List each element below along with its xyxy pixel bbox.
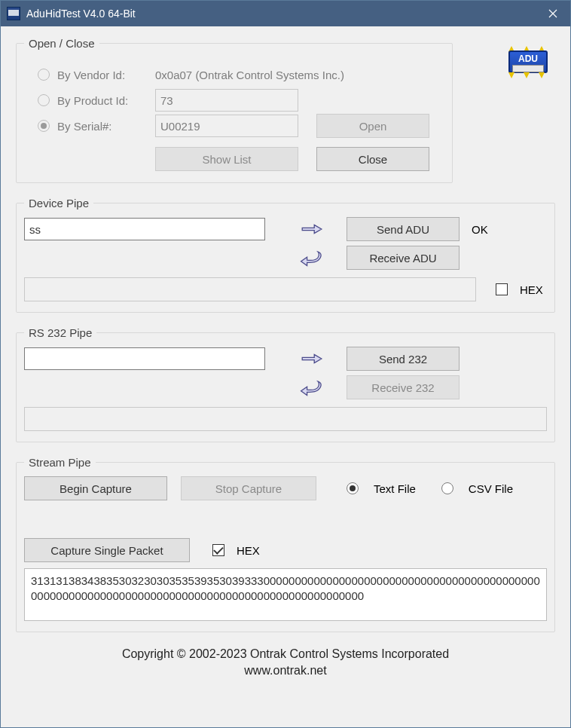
- text-file-radio[interactable]: [347, 482, 359, 494]
- titlebar: AduHidTest V4.0 64-Bit: [1, 1, 570, 26]
- serial-input: [155, 115, 298, 137]
- close-button[interactable]: Close: [316, 147, 429, 171]
- copyright-text: Copyright © 2002-2023 Ontrak Control Sys…: [16, 646, 555, 662]
- rs232-receive-output: [24, 407, 547, 431]
- stop-capture-button[interactable]: Stop Capture: [181, 476, 316, 500]
- begin-capture-button[interactable]: Begin Capture: [24, 476, 167, 500]
- window-close-button[interactable]: [536, 1, 570, 26]
- stream-pipe-legend: Stream Pipe: [24, 456, 96, 469]
- by-product-label: By Product Id:: [57, 94, 155, 107]
- send-232-button[interactable]: Send 232: [347, 347, 460, 371]
- rs232-send-input[interactable]: [24, 347, 265, 370]
- adu-logo: ADU: [504, 43, 552, 79]
- footer: Copyright © 2002-2023 Ontrak Control Sys…: [16, 646, 555, 679]
- stream-hex-label: HEX: [237, 544, 260, 557]
- app-window: AduHidTest V4.0 64-Bit Open / Close By V…: [0, 0, 571, 728]
- device-send-input[interactable]: [24, 218, 265, 240]
- capture-output: 3131313834383530323030353539353039333000…: [24, 568, 547, 621]
- by-serial-label: By Serial#:: [57, 120, 155, 133]
- stream-hex-checkbox[interactable]: [212, 544, 224, 556]
- receive-adu-button[interactable]: Receive ADU: [347, 246, 460, 270]
- open-close-legend: Open / Close: [24, 37, 99, 50]
- arrow-curve-down-icon: [298, 378, 325, 397]
- device-hex-checkbox[interactable]: [496, 283, 508, 295]
- app-icon: [7, 7, 20, 20]
- open-close-group: Open / Close By Vendor Id: 0x0a07 (Ontra…: [16, 37, 453, 183]
- csv-file-label: CSV File: [469, 482, 513, 495]
- stream-pipe-group: Stream Pipe Begin Capture Stop Capture T…: [16, 456, 555, 632]
- capture-single-packet-button[interactable]: Capture Single Packet: [24, 538, 190, 562]
- product-id-input: [155, 89, 298, 112]
- client-area: Open / Close By Vendor Id: 0x0a07 (Ontra…: [1, 26, 570, 727]
- vendor-id-text: 0x0a07 (Ontrak Control Systems Inc.): [155, 69, 344, 81]
- website-text: www.ontrak.net: [16, 662, 555, 679]
- rs232-pipe-legend: RS 232 Pipe: [24, 326, 96, 339]
- device-pipe-legend: Device Pipe: [24, 197, 93, 210]
- rs232-pipe-group: RS 232 Pipe Send 232 Receive 232: [16, 326, 555, 442]
- csv-file-radio[interactable]: [441, 482, 453, 494]
- by-vendor-label: By Vendor Id:: [57, 69, 155, 81]
- arrow-right-icon: [298, 349, 325, 369]
- arrow-curve-down-icon: [298, 248, 325, 268]
- receive-232-button[interactable]: Receive 232: [347, 375, 460, 399]
- open-button[interactable]: Open: [316, 114, 429, 138]
- device-hex-label: HEX: [520, 283, 543, 296]
- send-adu-status: OK: [472, 223, 488, 236]
- window-title: AduHidTest V4.0 64-Bit: [26, 8, 536, 20]
- send-adu-button[interactable]: Send ADU: [347, 217, 460, 241]
- adu-chip-text: ADU: [510, 52, 546, 65]
- by-product-radio: [38, 94, 50, 106]
- by-serial-radio: [38, 120, 50, 132]
- text-file-label: Text File: [374, 482, 416, 495]
- arrow-right-icon: [298, 219, 325, 239]
- by-vendor-radio: [38, 69, 50, 81]
- device-receive-output: [24, 277, 476, 301]
- device-pipe-group: Device Pipe Send ADU OK Receive ADU: [16, 197, 555, 313]
- show-list-button[interactable]: Show List: [155, 147, 298, 171]
